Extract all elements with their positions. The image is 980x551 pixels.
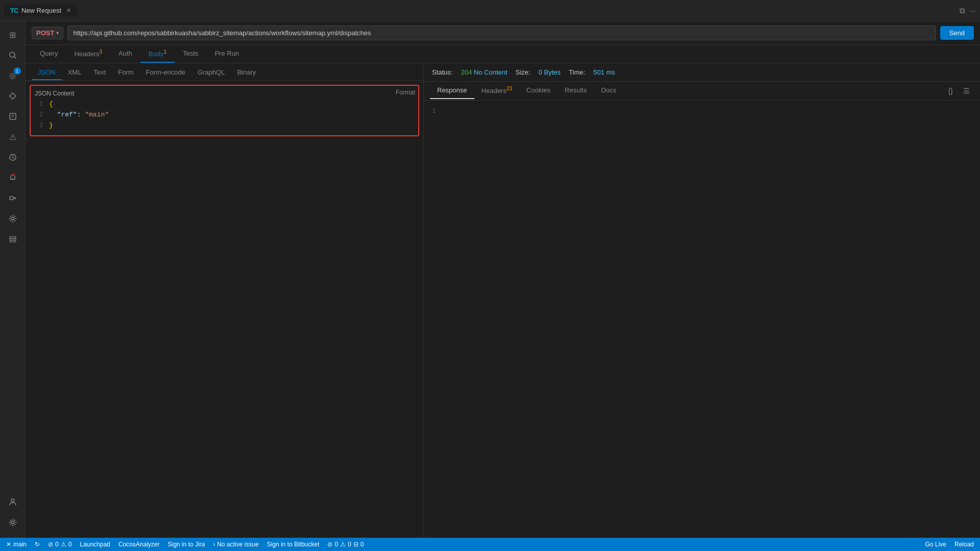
app-layout: ⊞ ◎ 1 ⚠: [0, 21, 980, 538]
tab-label: New Request: [21, 7, 61, 14]
layout-icon[interactable]: ⧉: [960, 6, 965, 15]
body-tab-form[interactable]: Form: [112, 65, 139, 80]
code-editor[interactable]: 1 { 2 "ref": "main": [35, 99, 414, 131]
sidebar-icon-history[interactable]: [4, 148, 22, 166]
editor-area[interactable]: Format JSON Content 1 {: [26, 81, 423, 538]
svg-rect-3: [10, 113, 16, 119]
line-num-3: 3: [35, 121, 43, 131]
sidebar-icon-plugin[interactable]: [4, 189, 22, 207]
branch-name: main: [13, 541, 27, 548]
reload-label[interactable]: Reload: [954, 541, 974, 548]
body-badge: 1: [164, 49, 167, 55]
resp-tab-docs[interactable]: Docs: [594, 82, 624, 99]
tc-icon: TC: [10, 7, 18, 14]
more-icon[interactable]: ···: [969, 6, 976, 15]
git-branch-icon: ✕: [6, 541, 11, 548]
json-content-title: JSON Content: [35, 90, 74, 97]
right-pane: Status: 204 No Content Size: 0 Bytes Tim…: [424, 63, 980, 538]
list-icon[interactable]: ☰: [959, 84, 974, 98]
send-button[interactable]: Send: [940, 26, 974, 40]
sidebar-icon-share[interactable]: [4, 87, 22, 105]
time-value: 501 ms: [593, 68, 615, 76]
tab-body[interactable]: Body1: [140, 45, 175, 63]
arrow-icon: ›: [213, 541, 215, 548]
line-num-2: 2: [35, 110, 43, 120]
time-label: Time:: [569, 68, 585, 76]
request-tabs: Query Headers3 Auth Body1 Tests Pre Run: [26, 45, 980, 63]
git-badge: 1: [14, 67, 21, 75]
sidebar-icon-search[interactable]: [4, 46, 22, 64]
svg-rect-16: [10, 241, 16, 242]
title-bar-right: ⧉ ···: [960, 6, 976, 15]
sidebar-icon-warning[interactable]: ⚠: [4, 128, 22, 146]
sidebar-icon-user[interactable]: [4, 493, 22, 511]
line-content-2: "ref": "main": [49, 110, 109, 121]
sidebar-icon-notification[interactable]: [4, 169, 22, 187]
request-bar: POST ▾ Send: [26, 21, 980, 45]
line-num-1: 1: [35, 100, 43, 109]
err-count-icon: ⊘: [327, 541, 332, 548]
svg-point-13: [11, 218, 14, 220]
sidebar-icon-git[interactable]: ◎ 1: [4, 66, 22, 85]
tab-query[interactable]: Query: [32, 45, 66, 62]
sidebar-icon-settings[interactable]: [4, 209, 22, 228]
close-tab-button[interactable]: ✕: [66, 7, 71, 14]
svg-point-8: [12, 174, 14, 176]
sidebar-icon-layers[interactable]: ⊞: [4, 26, 22, 44]
response-tabs: Response Headers23 Cookies Results Docs: [424, 82, 980, 100]
status-errors[interactable]: ⊘ 0 ⚠ 0: [48, 541, 71, 548]
status-label: Status:: [432, 68, 452, 76]
status-cocos[interactable]: CocosAnalyzer: [118, 541, 160, 548]
url-input[interactable]: [67, 26, 936, 40]
sidebar: ⊞ ◎ 1 ⚠: [0, 21, 26, 538]
status-no-issue[interactable]: › No active issue: [213, 541, 258, 548]
sidebar-icon-gear[interactable]: [4, 513, 22, 532]
content-area: POST ▾ Send Query Headers3 Auth Body1 Te…: [26, 21, 980, 538]
json-header: JSON Content: [35, 90, 414, 97]
response-line-1: 1: [432, 107, 436, 114]
svg-point-18: [11, 521, 14, 524]
resp-tab-cookies[interactable]: Cookies: [519, 82, 558, 99]
body-tab-graphql[interactable]: GraphQL: [192, 65, 231, 80]
status-branch[interactable]: ✕ main: [6, 541, 27, 548]
resp-tab-results[interactable]: Results: [558, 82, 594, 99]
status-jira[interactable]: Sign in to Jira: [168, 541, 205, 548]
body-tab-binary[interactable]: Binary: [231, 65, 262, 80]
svg-rect-14: [10, 236, 16, 238]
tab-headers[interactable]: Headers3: [66, 45, 110, 63]
resp-headers-badge: 23: [507, 86, 512, 91]
tab-pre-run[interactable]: Pre Run: [206, 45, 247, 62]
status-bitbucket[interactable]: Sign in to Bitbucket: [267, 541, 320, 548]
headers-badge: 3: [100, 49, 103, 55]
tab-tests[interactable]: Tests: [175, 45, 206, 62]
resp-tab-response[interactable]: Response: [430, 82, 474, 99]
sidebar-icon-database[interactable]: [4, 230, 22, 248]
braces-icon[interactable]: {}: [944, 84, 957, 98]
body-tabs: JSON XML Text Form Form-encode: [26, 63, 423, 81]
warnings-icon: ⚠: [61, 541, 66, 548]
split-pane: JSON XML Text Form Form-encode: [26, 63, 980, 538]
request-tab[interactable]: TC New Request ✕: [4, 5, 77, 16]
warn-count-icon: ⚠: [340, 541, 346, 548]
body-tab-xml[interactable]: XML: [62, 65, 88, 80]
body-tab-json[interactable]: JSON: [32, 65, 62, 80]
status-counts: ⊘ 0 ⚠ 0 ⊟ 0: [327, 541, 364, 548]
format-button[interactable]: Format: [396, 89, 415, 96]
size-value: 0 Bytes: [538, 68, 560, 76]
status-bar: ✕ main ↻ ⊘ 0 ⚠ 0 Launchpad CocosAnalyzer…: [0, 538, 980, 551]
resp-tab-headers[interactable]: Headers23: [474, 82, 519, 100]
response-body: 1: [424, 101, 980, 538]
go-live-label[interactable]: Go Live: [925, 541, 946, 548]
json-content-box: JSON Content 1 { 2: [30, 85, 419, 136]
body-tab-text[interactable]: Text: [87, 65, 112, 80]
svg-line-1: [14, 57, 16, 58]
body-tab-form-encode[interactable]: Form-encode: [140, 65, 192, 80]
left-pane: JSON XML Text Form Form-encode: [26, 63, 424, 538]
method-selector[interactable]: POST ▾: [32, 27, 63, 39]
tab-auth[interactable]: Auth: [110, 45, 140, 62]
sidebar-icon-api[interactable]: [4, 107, 22, 126]
svg-rect-15: [10, 238, 16, 240]
status-launchpad[interactable]: Launchpad: [80, 541, 110, 548]
svg-marker-2: [10, 93, 16, 99]
status-sync[interactable]: ↻: [35, 541, 40, 548]
